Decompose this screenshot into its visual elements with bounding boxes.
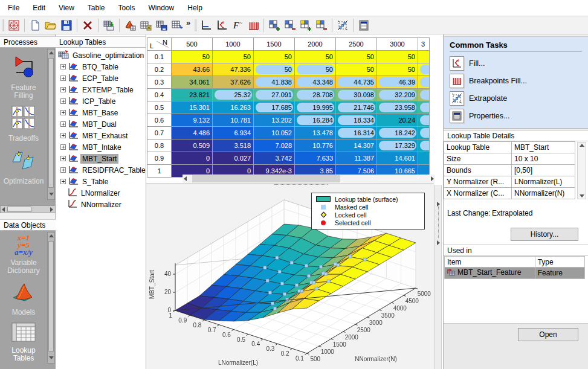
row-header-0.5[interactable]: 0.5: [147, 101, 172, 114]
vertical-splitter[interactable]: [434, 185, 442, 369]
table-cell[interactable]: 23.958: [377, 101, 418, 114]
table-cell-partial[interactable]: [418, 127, 430, 140]
tree-item-BTQ_Table[interactable]: BTQ_Table: [56, 61, 146, 72]
fill-icon[interactable]: [450, 56, 464, 71]
row-header-0.1[interactable]: 0.1: [147, 51, 172, 63]
table-cell[interactable]: 21.746: [336, 101, 377, 114]
sidebar-item-lookup-tables[interactable]: Lookup Tables: [1, 322, 46, 362]
table-cell-partial[interactable]: [418, 152, 430, 165]
table-cell[interactable]: 6.934: [213, 127, 254, 140]
table-cell[interactable]: 16.314: [336, 127, 377, 140]
col-header-2500[interactable]: 2500: [336, 38, 377, 51]
scroll-left-icon[interactable]: [2, 207, 5, 212]
table-cell[interactable]: 13.202: [254, 114, 295, 127]
tree-item-label[interactable]: MBT_Dual: [80, 120, 118, 129]
table-cell[interactable]: 50: [377, 63, 418, 76]
sidebar-item-tradeoffs[interactable]: Tradeoffs: [1, 106, 46, 143]
col-header-partial[interactable]: 3: [418, 38, 430, 51]
tree-item-label[interactable]: EXTEMP_Table: [80, 85, 135, 95]
task-properties[interactable]: Properties...: [450, 107, 582, 124]
tree-item-RESIDFRAC_Table[interactable]: RESIDFRAC_Table: [56, 164, 146, 176]
menu-table[interactable]: Table: [81, 1, 112, 15]
details-value[interactable]: 10 x 10: [512, 153, 575, 165]
tree-item-LNormalizer[interactable]: LNormalizer: [56, 187, 146, 199]
expand-icon[interactable]: [60, 75, 66, 81]
task-extrapolate[interactable]: Extrapolate: [450, 89, 582, 107]
row-header-0.6[interactable]: 0.6: [147, 114, 172, 127]
col-header-1000[interactable]: 1000: [213, 38, 254, 51]
toolbar-overflow-chevron[interactable]: »: [186, 18, 190, 27]
table-properties-icon[interactable]: [357, 18, 371, 33]
task-fill[interactable]: Fill...: [450, 54, 582, 72]
fill-table-icon[interactable]: [138, 18, 153, 33]
table-cell[interactable]: 4.486: [172, 127, 213, 140]
expand-icon[interactable]: [60, 64, 66, 69]
tree-item-label[interactable]: ICP_Table: [80, 97, 117, 106]
menu-file[interactable]: File: [1, 1, 26, 15]
tree-item-Gasoline_optimization[interactable]: Gasoline_optimization: [56, 50, 146, 61]
menu-help[interactable]: Help: [181, 1, 209, 15]
scroll-up-icon[interactable]: [580, 144, 584, 147]
table-cell[interactable]: 50: [336, 51, 377, 63]
scrollbar-thumb[interactable]: [192, 175, 340, 182]
table-cell[interactable]: 47.336: [213, 63, 254, 76]
task-breakpoints-fill[interactable]: Breakpoints Fill...: [450, 72, 582, 89]
col-header-1500[interactable]: 1500: [254, 38, 295, 51]
tree-item-label[interactable]: MBT_Start: [80, 154, 118, 164]
table-cell[interactable]: 7.028: [254, 140, 295, 152]
sidebar-item-variable-dictionary[interactable]: x=1 y=5 a=x/y Variable Dictionary: [1, 234, 46, 275]
scroll-up-icon[interactable]: [49, 234, 54, 237]
tree-item-label[interactable]: S_Table: [80, 177, 110, 187]
tree-item-EXTEMP_Table[interactable]: EXTEMP_Table: [56, 84, 146, 95]
table-cell[interactable]: 50: [254, 51, 295, 63]
details-value[interactable]: NNormalizer(N): [512, 188, 575, 199]
task-label[interactable]: Fill...: [469, 59, 485, 68]
expand-icon[interactable]: [60, 167, 66, 173]
new-file-icon[interactable]: [28, 18, 42, 33]
table-cell[interactable]: 10.052: [254, 127, 295, 140]
table-cell[interactable]: 32.209: [377, 89, 418, 101]
table-cell[interactable]: 41.838: [254, 76, 295, 89]
expand-icon[interactable]: [60, 144, 66, 150]
table-cell[interactable]: 23.821: [172, 89, 213, 101]
tree-item-label[interactable]: Gasoline_optimization: [71, 51, 146, 60]
menu-edit[interactable]: Edit: [26, 1, 52, 15]
table-cell-partial[interactable]: [418, 140, 430, 152]
row-header-0.2[interactable]: 0.2: [147, 63, 172, 76]
fill-axes-icon[interactable]: [215, 18, 229, 33]
scroll-down-icon[interactable]: [49, 356, 54, 359]
open-button[interactable]: Open: [518, 328, 578, 341]
task-label[interactable]: Breakpoints Fill...: [469, 77, 527, 85]
cage-icon[interactable]: [7, 18, 21, 33]
tree-item-MBT_Dual[interactable]: MBT_Dual: [56, 118, 146, 130]
table-cell[interactable]: 44.735: [336, 76, 377, 89]
processes-hscrollbar[interactable]: [0, 205, 56, 213]
table-cell-partial[interactable]: [418, 89, 430, 101]
save-table-icon[interactable]: [170, 18, 184, 33]
expand-icon[interactable]: [60, 133, 66, 138]
col-header-2000[interactable]: 2000: [295, 38, 336, 51]
details-value[interactable]: MBT_Start: [512, 142, 575, 153]
table-hscrollbar[interactable]: [183, 175, 435, 183]
used-in-type[interactable]: Feature: [535, 268, 584, 279]
table-cell[interactable]: 18.334: [336, 114, 377, 127]
data-objects-scrollbar[interactable]: [47, 232, 55, 364]
table-cell[interactable]: 46.39: [377, 76, 418, 89]
table-cell-partial[interactable]: [418, 63, 430, 76]
properties-icon[interactable]: [450, 109, 464, 123]
function-fill-icon[interactable]: F~: [230, 18, 245, 33]
table-cell[interactable]: 13.478: [295, 127, 336, 140]
row-header-1[interactable]: 1: [147, 165, 172, 178]
table-cell[interactable]: 17.329: [377, 140, 418, 152]
new-feature-icon[interactable]: [123, 18, 137, 33]
row-header-0.7[interactable]: 0.7: [147, 127, 172, 140]
history-button[interactable]: History...: [511, 228, 578, 241]
table-cell[interactable]: 14.601: [377, 152, 418, 165]
collapse-right-icon[interactable]: [437, 202, 440, 207]
menu-tools[interactable]: Tools: [112, 1, 142, 15]
copy-table-icon[interactable]: [154, 18, 169, 33]
tree-item-MBT_Base[interactable]: MBT_Base: [56, 107, 146, 118]
tree-item-ECP_Table[interactable]: ECP_Table: [56, 72, 146, 84]
table-cell[interactable]: 0.509: [172, 140, 213, 152]
remove-extrapolation-cell-icon[interactable]: [283, 18, 297, 33]
